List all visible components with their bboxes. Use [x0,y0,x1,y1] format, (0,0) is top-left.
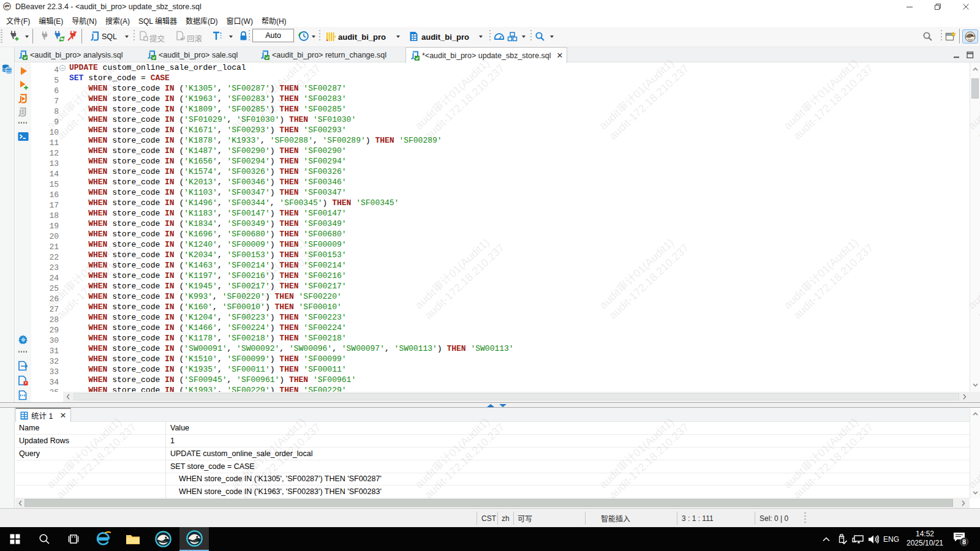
execute-statement-icon[interactable] [17,66,29,76]
sql-editor-dropdown[interactable] [125,36,129,38]
results-hscrollbar[interactable] [15,498,970,508]
editor-hscrollbar[interactable] [63,392,970,402]
tray-clock[interactable]: 14:52 2025/10/21 [903,530,946,548]
status-insert-mode[interactable]: 智能插入 [601,511,630,526]
tray-network-button[interactable] [849,527,866,551]
reconnect-icon[interactable] [53,31,65,42]
dbeaver-taskbar-button-active[interactable] [179,527,209,551]
table-row[interactable]: WHEN store_code IN ('K1305', 'SF00287') … [15,473,970,485]
new-connection-dropdown[interactable] [25,36,29,38]
results-tab-statistics[interactable]: 统计 1 ✕ [15,408,71,422]
tray-expand-button[interactable] [818,527,834,551]
disconnect-icon[interactable] [67,31,78,42]
more-actions-dots[interactable] [18,351,27,353]
editor-vscrollbar[interactable] [970,62,980,392]
minimize-editor-icon[interactable] [952,51,961,59]
scroll-left-icon[interactable] [18,500,22,506]
transaction-mode-icon[interactable] [212,31,223,42]
database-selector-label[interactable]: audit_bi_pro [421,32,469,42]
clickhouse-driver-icon[interactable] [326,32,336,42]
transaction-log-icon[interactable] [298,31,309,42]
more-actions-dots[interactable] [18,122,27,124]
splitter-minimize-icon[interactable] [499,404,507,407]
connection-selector-dropdown[interactable] [396,36,400,38]
action-center-button[interactable]: 8 [948,527,973,551]
menu-file[interactable]: 文件(F) [6,14,30,27]
file-explorer-button[interactable] [119,527,146,551]
start-button[interactable] [1,527,28,551]
dashboard-icon[interactable] [494,31,505,42]
commit-icon[interactable] [138,31,148,41]
explain-plan-icon[interactable] [17,107,29,118]
dbeaver-perspective-button[interactable] [962,29,978,43]
tab-sale-sql[interactable]: <audit_bi_pro> sale.sql [143,47,241,62]
lock-icon[interactable] [239,31,248,41]
data-transfer-icon[interactable] [507,31,518,42]
scroll-down-icon[interactable] [973,491,978,495]
maximize-editor-icon[interactable] [966,51,974,59]
new-connection-icon[interactable] [9,31,20,42]
sql-editor-label[interactable]: SQL [102,32,117,41]
table-row[interactable]: SET store_code = CASE [15,460,970,473]
sql-editor[interactable]: 4567891011121314151617181920212223242526… [31,62,970,392]
table-row[interactable]: Updated Rows1 [15,435,970,448]
statistics-table[interactable]: NameValueUpdated Rows1QueryUPDATE custom… [15,422,980,498]
database-navigator-icon[interactable] [2,64,12,74]
transaction-mode-dropdown[interactable] [229,36,233,38]
menu-edit[interactable]: 编辑(E) [39,14,63,27]
splitter-maximize-icon[interactable] [487,404,494,407]
fold-collapse-icon[interactable]: − [59,65,66,71]
task-view-button[interactable] [60,527,87,551]
menu-help[interactable]: 帮助(H) [262,14,287,27]
database-selector-icon[interactable] [409,31,418,42]
export-result-icon[interactable] [17,361,29,371]
tray-language-button[interactable]: ENG [881,527,902,551]
settings-gear-icon[interactable] [17,334,29,345]
menu-sql-editor[interactable]: SQL 编辑器 [138,14,177,27]
scroll-up-icon[interactable] [973,67,978,71]
tray-usb-button[interactable] [834,527,850,551]
menu-search[interactable]: 搜索(A) [105,14,130,27]
sql-search-icon[interactable] [535,31,545,42]
tab-return-change-sql[interactable]: <audit_bi_pro> return_change.sql [256,47,390,62]
menu-navigate[interactable]: 导航(N) [72,14,97,27]
save-errors-icon[interactable] [17,375,29,386]
search-icon[interactable] [922,31,933,42]
scroll-up-icon[interactable] [973,412,978,416]
rollback-button-label[interactable]: 回滚 [187,32,202,44]
results-vscrollbar[interactable] [970,408,980,498]
tab-analysis-sql[interactable]: <audit_bi_pro> analysis.sql [14,47,127,62]
commit-mode-combo[interactable]: Auto [252,29,294,42]
status-caret-position[interactable]: 3 : 1 : 111 [682,511,714,526]
window-close-button[interactable] [952,0,980,13]
script-variables-icon[interactable] [17,390,29,400]
scroll-right-icon[interactable] [963,394,967,400]
execute-new-tab-icon[interactable] [17,80,29,91]
open-perspective-icon[interactable] [945,31,956,42]
results-hscroll-thumb[interactable] [24,499,953,507]
commit-button-label[interactable]: 提交 [149,32,165,44]
editor-vscroll-thumb[interactable] [971,78,979,99]
scroll-down-icon[interactable] [973,383,978,387]
window-minimize-button[interactable] [895,0,924,13]
transaction-log-dropdown[interactable] [312,36,315,38]
editor-hscroll-thumb[interactable] [74,393,959,400]
dbeaver-taskbar-button[interactable] [149,527,176,551]
code-area[interactable]: UPDATE custom_online_sale_order_localSET… [69,62,514,392]
taskbar-search-button[interactable] [31,527,58,551]
window-restore-button[interactable] [924,0,952,13]
connection-selector-label[interactable]: audit_bi_pro [338,32,386,42]
data-transfer-dropdown[interactable] [522,36,526,38]
tab-close-icon[interactable]: ✕ [557,51,564,60]
tray-volume-button[interactable] [865,527,882,551]
database-selector-dropdown[interactable] [479,36,483,38]
menu-window[interactable]: 窗口(W) [227,14,253,27]
menu-database[interactable]: 数据库(D) [186,14,218,27]
internet-explorer-button[interactable] [89,527,116,551]
scroll-left-icon[interactable] [66,394,70,400]
execute-script-icon[interactable] [17,94,29,104]
tab-update-sbz-store-sql[interactable]: *<audit_bi_pro> update_sbz_store.sql ✕ [405,47,567,63]
table-row[interactable]: WHEN store_code IN ('K1963', 'SF00283') … [15,485,970,498]
results-tab-close-icon[interactable]: ✕ [59,411,66,420]
editor-results-splitter[interactable] [0,402,980,408]
